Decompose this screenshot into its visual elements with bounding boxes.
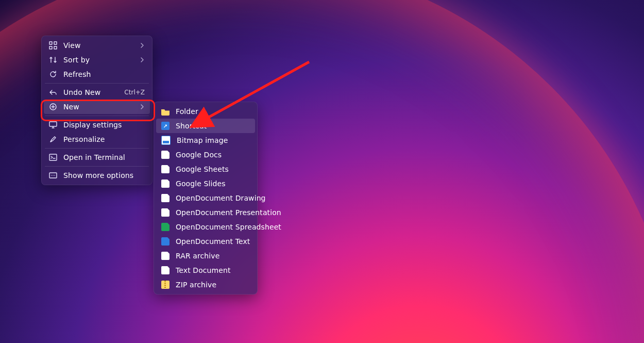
menu-label: Sort by bbox=[63, 56, 133, 64]
chevron-right-icon bbox=[140, 56, 145, 64]
submenu-label: Google Docs bbox=[176, 151, 250, 159]
file-icon bbox=[161, 223, 170, 231]
file-icon bbox=[161, 266, 170, 274]
submenu-item-odg[interactable]: OpenDocument Drawing bbox=[156, 191, 255, 205]
folder-icon bbox=[161, 107, 170, 116]
submenu-item-gslides[interactable]: Google Slides bbox=[156, 176, 255, 191]
svg-rect-1 bbox=[54, 42, 57, 44]
submenu-label: OpenDocument Text bbox=[176, 237, 250, 246]
menu-label: New bbox=[63, 103, 133, 111]
menu-shortcut: Ctrl+Z bbox=[124, 89, 145, 96]
undo-icon bbox=[49, 88, 57, 96]
submenu-label: Shortcut bbox=[176, 122, 250, 130]
submenu-label: OpenDocument Drawing bbox=[176, 194, 266, 202]
submenu-label: Folder bbox=[176, 107, 250, 116]
file-icon bbox=[161, 194, 170, 202]
submenu-label: Google Sheets bbox=[176, 165, 250, 173]
file-icon bbox=[161, 179, 170, 188]
submenu-item-folder[interactable]: Folder bbox=[156, 104, 255, 119]
plus-circle-icon bbox=[49, 103, 57, 111]
menu-separator bbox=[45, 148, 149, 149]
file-icon bbox=[161, 151, 170, 159]
submenu-label: Google Slides bbox=[176, 179, 250, 188]
menu-separator bbox=[45, 83, 149, 84]
svg-rect-2 bbox=[49, 46, 52, 49]
submenu-label: OpenDocument Presentation bbox=[176, 208, 281, 217]
svg-rect-0 bbox=[49, 42, 52, 44]
svg-rect-3 bbox=[54, 46, 57, 49]
menu-label: Show more options bbox=[63, 171, 145, 179]
submenu-item-odp[interactable]: OpenDocument Presentation bbox=[156, 205, 255, 220]
desktop-context-menu: View Sort by Refresh Undo New Ctrl+Z New bbox=[41, 36, 152, 185]
submenu-item-txt[interactable]: Text Document bbox=[156, 263, 255, 277]
menu-item-display-settings[interactable]: Display settings bbox=[44, 118, 150, 132]
grid-icon bbox=[49, 41, 57, 50]
menu-item-undo[interactable]: Undo New Ctrl+Z bbox=[44, 85, 150, 100]
submenu-label: OpenDocument Spreadsheet bbox=[176, 223, 281, 231]
submenu-item-shortcut[interactable]: Shortcut bbox=[156, 119, 255, 133]
menu-item-sort[interactable]: Sort by bbox=[44, 53, 150, 67]
menu-item-refresh[interactable]: Refresh bbox=[44, 67, 150, 81]
menu-label: View bbox=[63, 41, 133, 50]
menu-separator bbox=[45, 166, 149, 167]
menu-separator bbox=[45, 116, 149, 116]
submenu-item-gdocs[interactable]: Google Docs bbox=[156, 148, 255, 162]
more-icon bbox=[49, 171, 57, 179]
submenu-item-ods[interactable]: OpenDocument Spreadsheet bbox=[156, 220, 255, 234]
submenu-item-gsheets[interactable]: Google Sheets bbox=[156, 162, 255, 176]
menu-item-new[interactable]: New bbox=[44, 100, 150, 114]
terminal-icon bbox=[49, 153, 57, 161]
submenu-item-zip[interactable]: ZIP archive bbox=[156, 277, 255, 292]
submenu-label: ZIP archive bbox=[176, 281, 250, 289]
menu-label: Undo New bbox=[63, 88, 118, 96]
submenu-label: Bitmap image bbox=[177, 136, 250, 144]
chevron-right-icon bbox=[140, 103, 145, 111]
menu-item-personalize[interactable]: Personalize bbox=[44, 132, 150, 146]
refresh-icon bbox=[49, 70, 57, 78]
menu-label: Personalize bbox=[63, 135, 145, 143]
zip-icon bbox=[161, 281, 170, 289]
submenu-label: Text Document bbox=[176, 266, 250, 274]
svg-rect-5 bbox=[49, 122, 57, 126]
file-icon bbox=[161, 237, 170, 246]
submenu-item-rar[interactable]: RAR archive bbox=[156, 249, 255, 263]
svg-rect-6 bbox=[49, 154, 57, 160]
file-icon bbox=[161, 165, 170, 173]
submenu-item-bitmap[interactable]: Bitmap image bbox=[156, 133, 255, 148]
shortcut-icon bbox=[161, 122, 170, 130]
bitmap-icon bbox=[161, 136, 171, 145]
file-icon bbox=[161, 252, 170, 260]
menu-item-terminal[interactable]: Open in Terminal bbox=[44, 150, 150, 165]
display-icon bbox=[49, 121, 57, 129]
menu-label: Open in Terminal bbox=[63, 153, 145, 161]
chevron-right-icon bbox=[140, 41, 145, 50]
submenu-label: RAR archive bbox=[176, 252, 250, 260]
menu-item-view[interactable]: View bbox=[44, 38, 150, 53]
menu-label: Refresh bbox=[63, 70, 145, 78]
menu-label: Display settings bbox=[63, 121, 145, 129]
submenu-item-odt[interactable]: OpenDocument Text bbox=[156, 234, 255, 249]
menu-item-more-options[interactable]: Show more options bbox=[44, 168, 150, 183]
file-icon bbox=[161, 208, 170, 217]
new-submenu: Folder Shortcut Bitmap image Google Docs… bbox=[154, 102, 258, 295]
brush-icon bbox=[49, 135, 57, 143]
sort-icon bbox=[49, 56, 57, 64]
